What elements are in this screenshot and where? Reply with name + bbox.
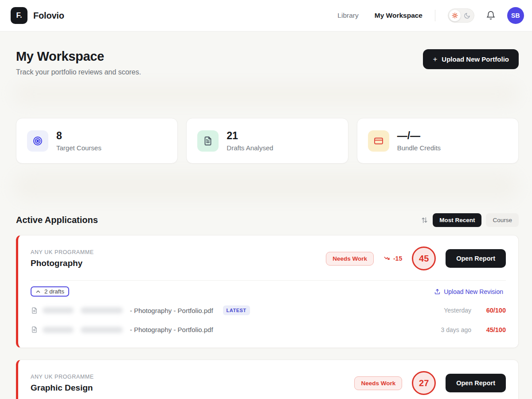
file-icon xyxy=(31,326,38,333)
nav-my-workspace[interactable]: My Workspace xyxy=(375,12,422,20)
header-divider xyxy=(435,10,435,21)
status-badge: Needs Work xyxy=(326,252,374,266)
course-title: Graphic Design xyxy=(31,383,94,393)
latest-badge: LATEST xyxy=(223,305,250,315)
score-circle: 27 xyxy=(412,371,436,395)
file-icon xyxy=(31,307,38,314)
stat-value: 21 xyxy=(227,130,273,142)
trending-down-icon xyxy=(383,254,391,262)
moon-icon xyxy=(464,12,470,19)
document-icon xyxy=(197,130,219,152)
draft-date: 3 days ago xyxy=(439,326,471,333)
stat-label: Bundle Credits xyxy=(397,144,441,152)
stat-value: 8 xyxy=(56,130,102,142)
page-subtitle: Track your portfolio reviews and scores. xyxy=(16,68,141,76)
theme-toggle-knob xyxy=(449,10,461,21)
brand: F. Folovio xyxy=(11,7,64,24)
draft-file-name: - Photography - Portfolio.pdf xyxy=(130,307,213,314)
stat-label: Target Courses xyxy=(56,144,102,152)
notifications-bell-icon[interactable] xyxy=(486,11,496,20)
hero-section: My Workspace Track your portfolio review… xyxy=(0,31,532,118)
page-title: My Workspace xyxy=(16,49,141,64)
background-blob xyxy=(13,173,519,200)
upload-new-portfolio-button[interactable]: + Upload New Portfolio xyxy=(423,49,519,69)
drafts-expander-button[interactable]: 2 drafts xyxy=(31,286,69,297)
drafts-list: - Photography - Portfolio.pdf LATEST Yes… xyxy=(18,299,518,348)
app-header: F. Folovio Library My Workspace xyxy=(0,0,532,31)
application-card-graphic-design: ANY UK PROGRAMME Graphic Design Needs Wo… xyxy=(16,360,519,399)
draft-row[interactable]: - Photography - Portfolio.pdf 3 days ago… xyxy=(31,321,506,339)
upload-new-revision-link[interactable]: Upload New Revision xyxy=(431,288,506,296)
trend-value: -15 xyxy=(393,255,402,262)
draft-date: Yesterday xyxy=(439,307,471,314)
logo-icon: F. xyxy=(11,7,27,24)
brand-name: Folovio xyxy=(33,11,64,21)
stat-card-bundle-credits: —/— Bundle Credits xyxy=(357,118,519,164)
redacted-date xyxy=(43,307,74,313)
redacted-name xyxy=(81,307,123,313)
open-report-button[interactable]: Open Report xyxy=(446,249,506,268)
upload-new-portfolio-label: Upload New Portfolio xyxy=(442,55,509,63)
draft-score: 60/100 xyxy=(483,307,506,314)
score-circle: 45 xyxy=(412,246,436,270)
sun-icon xyxy=(452,12,458,19)
programme-label: ANY UK PROGRAMME xyxy=(31,249,94,255)
draft-row[interactable]: - Photography - Portfolio.pdf LATEST Yes… xyxy=(31,300,506,321)
redacted-date xyxy=(43,327,74,333)
stats-row: 8 Target Courses 21 Drafts Analysed —/— … xyxy=(0,118,532,164)
target-icon xyxy=(27,130,48,152)
draft-score: 45/100 xyxy=(483,326,506,333)
user-avatar[interactable]: SB xyxy=(507,7,524,24)
upload-icon xyxy=(434,288,441,295)
credit-card-icon xyxy=(368,130,389,152)
open-report-button[interactable]: Open Report xyxy=(446,374,506,392)
score-trend: -15 xyxy=(383,254,402,262)
chevron-up-icon xyxy=(35,289,41,294)
sort-arrows-icon xyxy=(421,216,428,224)
application-card-photography: ANY UK PROGRAMME Photography Needs Work … xyxy=(16,235,519,348)
sort-most-recent-button[interactable]: Most Recent xyxy=(433,213,481,227)
stat-value: —/— xyxy=(397,130,441,142)
upload-new-revision-label: Upload New Revision xyxy=(444,288,503,295)
section-title: Active Applications xyxy=(16,215,98,225)
course-title: Photography xyxy=(31,258,94,268)
redacted-name xyxy=(81,327,123,333)
status-badge: Needs Work xyxy=(354,376,402,390)
stat-card-target-courses: 8 Target Courses xyxy=(16,118,178,164)
plus-icon: + xyxy=(433,55,437,63)
draft-file-name: - Photography - Portfolio.pdf xyxy=(130,326,213,333)
stat-card-drafts-analysed: 21 Drafts Analysed xyxy=(186,118,348,164)
nav-library[interactable]: Library xyxy=(337,12,358,20)
sort-course-button[interactable]: Course xyxy=(486,213,519,227)
drafts-count-label: 2 drafts xyxy=(44,288,64,295)
active-applications-header: Active Applications Most Recent Course xyxy=(16,213,519,227)
programme-label: ANY UK PROGRAMME xyxy=(31,374,94,380)
theme-toggle[interactable] xyxy=(448,8,474,23)
stat-label: Drafts Analysed xyxy=(227,144,273,152)
